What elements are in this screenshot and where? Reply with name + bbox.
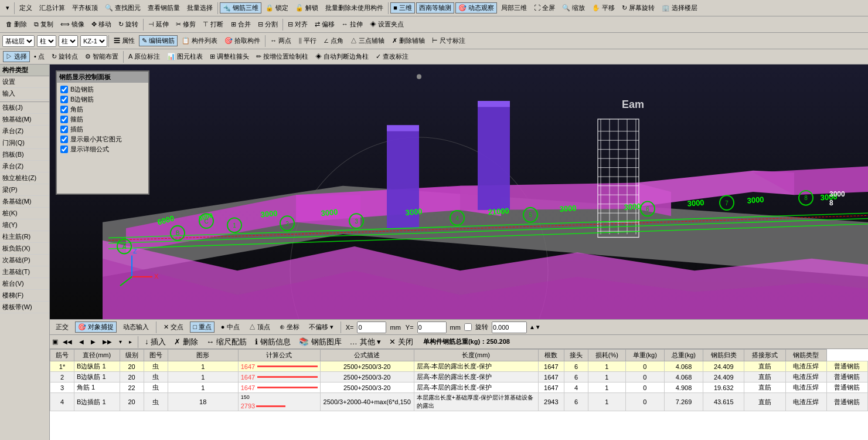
check-label-btn[interactable]: ✓ 查改标注 xyxy=(373,51,411,62)
sidebar-item-zhuitai[interactable]: 桩台(V) xyxy=(0,278,49,290)
align-top-btn[interactable]: 平齐板顶 xyxy=(69,2,101,13)
table-scroll[interactable]: 筋号 直径(mm) 级别 图号 图形 计算公式 公式描述 长度(mm) 根数 接… xyxy=(50,349,868,440)
smart-layout-btn[interactable]: ⚙ 智能布置 xyxy=(82,51,121,62)
center-btn[interactable]: ● 中点 xyxy=(218,321,243,333)
three-point-aux-btn[interactable]: △ 三点辅轴 xyxy=(348,35,387,46)
delete-aux-btn[interactable]: ✗ 删除辅轴 xyxy=(389,35,428,46)
sidebar-item-dujicchu[interactable]: 独基础(M) xyxy=(0,114,49,126)
table-row[interactable]: 3 角筋 1 22 虫 1 1647 2500+2500/ xyxy=(50,383,868,393)
y-input[interactable] xyxy=(417,321,447,333)
table-collapse-btn[interactable]: ▣ xyxy=(52,338,58,346)
screen-rotate-btn[interactable]: ↻ 屏幕旋转 xyxy=(619,2,658,13)
find-element-btn[interactable]: 🔍 查找图元 xyxy=(102,2,144,13)
delete-row-btn[interactable]: ✗ 删除 xyxy=(171,336,201,348)
no-offset-btn[interactable]: 不偏移 ▾ xyxy=(306,321,336,333)
dynamic-input-btn[interactable]: 动态输入 xyxy=(120,321,152,333)
parallel-btn[interactable]: ∥ 平行 xyxy=(295,35,319,46)
delete-btn[interactable]: 🗑 删除 xyxy=(3,19,30,30)
element-type1-select[interactable]: 柱 梁 xyxy=(37,35,56,47)
rebar-cb-stirrup[interactable] xyxy=(60,116,68,123)
col-table-btn[interactable]: 📊 图元柱表 xyxy=(164,51,206,62)
close-table-btn[interactable]: ✕ 关闭 xyxy=(386,336,416,348)
adjust-stirrup-btn[interactable]: ⊞ 调整柱箍头 xyxy=(207,51,252,62)
zoom-btn[interactable]: 🔍 缩放 xyxy=(559,2,588,13)
rebar-cb-b-edge1[interactable] xyxy=(60,86,68,93)
point-btn[interactable]: • 点 xyxy=(31,51,47,62)
copy-btn[interactable]: ⧉ 复制 xyxy=(31,19,56,30)
rebar-cb-detail[interactable] xyxy=(60,145,68,153)
sidebar-item-qiang[interactable]: 墙(Y) xyxy=(0,219,49,231)
sidebar-item-louban[interactable]: 楼板带(W) xyxy=(0,302,49,313)
sidebar-item-jiban[interactable]: 筏板(J) xyxy=(0,102,49,114)
sidebar-item-chengtai-z[interactable]: 承台(Z) xyxy=(0,126,49,137)
layer-select[interactable]: 基础层 第1层 xyxy=(2,35,35,47)
sidebar-item-dangban[interactable]: 挡板(B) xyxy=(0,149,49,161)
sw-isometric-btn[interactable]: 西南等轴测 xyxy=(416,2,454,13)
align-btn[interactable]: ⊟ 对齐 xyxy=(285,19,311,30)
table-first-btn[interactable]: ◀◀ xyxy=(60,337,74,346)
table-more-btn[interactable]: ▾ xyxy=(117,337,124,346)
two-point-btn[interactable]: ↔ 两点 xyxy=(267,35,294,46)
pick-element-btn[interactable]: 🎯 拾取构件 xyxy=(222,35,263,46)
viewport-3d[interactable]: 钢筋显示控制面板 B边钢筋 B边钢筋 角筋 箍筋 xyxy=(50,65,868,319)
table-expand-btn[interactable]: ▸ xyxy=(127,337,134,346)
lock-btn[interactable]: 🔒 锁定 xyxy=(263,2,291,13)
auto-corner-btn[interactable]: ◈ 自动判断边角柱 xyxy=(312,51,372,62)
rotate-input[interactable] xyxy=(492,321,527,333)
rebar-lib-btn[interactable]: 📚 钢筋图库 xyxy=(296,336,345,348)
insert-row-btn[interactable]: ↓ 插入 xyxy=(142,336,169,348)
sidebar-item-zhuzhuying[interactable]: 柱主筋(R) xyxy=(0,231,49,243)
dynamic-observe-btn[interactable]: 🎯 动态观察 xyxy=(455,2,497,13)
vertex-btn[interactable]: △ 顶点 xyxy=(246,321,273,333)
split-btn[interactable]: ⊟ 分割 xyxy=(255,19,281,30)
properties-btn[interactable]: ☰ 属性 xyxy=(111,35,138,46)
trim-btn[interactable]: ✂ 修剪 xyxy=(173,19,199,30)
rebar-cb-corner[interactable] xyxy=(60,106,68,113)
element-type2-select[interactable]: 柱 xyxy=(59,35,78,47)
sidebar-item-zhujichu[interactable]: 主基础(T) xyxy=(0,266,49,278)
scale-rebar-btn[interactable]: ↔ 缩尺配筋 xyxy=(203,336,250,348)
sidebar-item-banfujin[interactable]: 板负筋(X) xyxy=(0,243,49,255)
table-prev-btn[interactable]: ◀ xyxy=(77,337,86,346)
element-list-btn[interactable]: 📋 构件列表 xyxy=(179,35,220,46)
select-floor-btn[interactable]: 🏢 选择楼层 xyxy=(659,2,700,13)
rotate-checkbox[interactable] xyxy=(464,323,472,331)
rotate-btn[interactable]: ↻ 旋转 xyxy=(115,19,141,30)
sidebar-item-chengtai-z2[interactable]: 承台(Z) xyxy=(0,161,49,172)
sidebar-item-0[interactable]: 设置 xyxy=(0,76,49,88)
table-last-btn[interactable]: ▶▶ xyxy=(100,337,114,346)
local-3d-btn[interactable]: 局部三维 xyxy=(498,2,530,13)
select-mode-btn[interactable]: ▷ 选择 xyxy=(3,51,30,62)
midpt-btn[interactable]: □ 重点 xyxy=(190,321,215,333)
sidebar-item-zhui[interactable]: 桩(K) xyxy=(0,208,49,219)
pan-btn[interactable]: ✋ 平移 xyxy=(589,2,618,13)
fullscreen-btn[interactable]: ⛶ 全屏 xyxy=(531,2,558,13)
object-snap-btn[interactable]: 🎯 对象捕捉 xyxy=(75,321,117,333)
rebar-cb-insert[interactable] xyxy=(60,126,68,133)
table-next-btn[interactable]: ▶ xyxy=(88,337,98,346)
other-btn[interactable]: … 其他 ▾ xyxy=(347,336,384,348)
sidebar-item-louti[interactable]: 楼梯(F) xyxy=(0,290,49,302)
rotate-spinner[interactable]: ▲▼ xyxy=(529,324,541,330)
stretch-btn[interactable]: ↔ 拉伸 xyxy=(339,19,366,30)
table-row[interactable]: 4 B边插筋 1 20 虫 18 150 2793 xyxy=(50,393,868,411)
intersect-btn[interactable]: ✕ 交点 xyxy=(161,321,186,333)
sidebar-item-tiaojichu[interactable]: 条基础(M) xyxy=(0,196,49,208)
3d-view-btn[interactable]: ■ 三维 xyxy=(390,2,415,13)
edit-rebar-btn[interactable]: ✎ 编辑钢筋 xyxy=(139,35,178,46)
move-btn[interactable]: ✥ 移动 xyxy=(88,19,114,30)
element-id-select[interactable]: KZ-1 KZ-2 xyxy=(80,35,107,47)
rebar-info-btn[interactable]: ℹ 钢筋信息 xyxy=(252,336,294,348)
define-btn[interactable]: 定义 xyxy=(16,2,35,13)
table-row[interactable]: 2 B边纵筋 1 20 虫 1 1647 2500+250 xyxy=(50,372,868,383)
orthogonal-btn[interactable]: 正交 xyxy=(53,321,72,333)
sidebar-item-mendong[interactable]: 门洞(Q) xyxy=(0,137,49,149)
batch-delete-btn[interactable]: 批量删除未使用构件 xyxy=(322,2,386,13)
rotate-point-btn[interactable]: ↻ 旋转点 xyxy=(49,51,81,62)
rebar-cb-b-edge2[interactable] xyxy=(60,96,68,103)
quick-access-btn[interactable]: ▾ xyxy=(3,3,12,13)
rebar-cb-min[interactable] xyxy=(60,136,68,143)
sidebar-item-liang[interactable]: 梁(P) xyxy=(0,184,49,196)
grip-btn[interactable]: ◈ 设置夹点 xyxy=(367,19,407,30)
offset-btn[interactable]: ⇄ 偏移 xyxy=(312,19,338,30)
